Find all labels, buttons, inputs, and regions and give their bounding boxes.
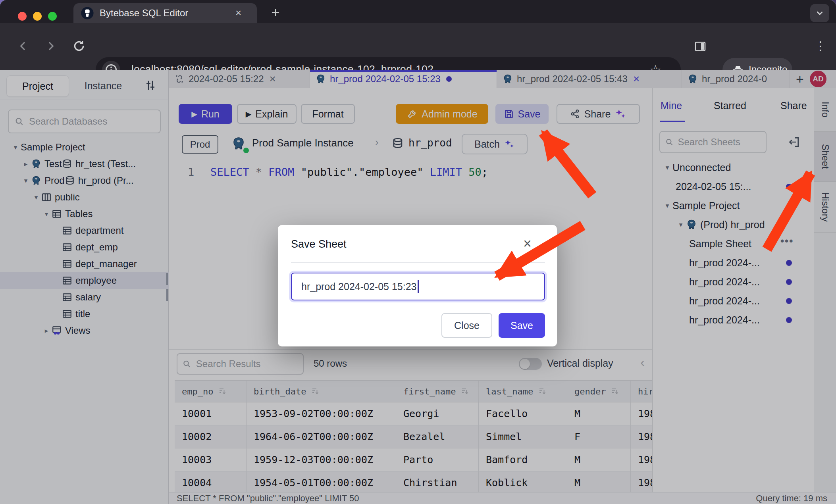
window-zoom-button[interactable] xyxy=(48,12,57,21)
bytebase-favicon xyxy=(81,6,94,20)
reload-icon[interactable] xyxy=(72,39,86,53)
dialog-close-button[interactable]: Close xyxy=(441,313,492,338)
sheet-name-value: hr_prod 2024-02-05 15:23 xyxy=(301,281,417,292)
back-icon[interactable] xyxy=(17,40,29,52)
dialog-close-icon[interactable]: × xyxy=(523,235,532,252)
tab-search-button[interactable] xyxy=(810,4,829,22)
window-minimize-button[interactable] xyxy=(33,12,42,21)
dialog-title: Save Sheet xyxy=(291,238,347,250)
browser-tab-title: Bytebase SQL Editor xyxy=(100,8,188,19)
chrome-menu-icon[interactable]: ⋮ xyxy=(815,39,826,53)
side-panel-icon[interactable] xyxy=(694,40,707,53)
dialog-save-button[interactable]: Save xyxy=(499,313,545,338)
text-caret xyxy=(418,280,419,293)
chevron-down-icon xyxy=(815,8,825,18)
window-close-button[interactable] xyxy=(18,12,27,21)
new-tab-button[interactable]: + xyxy=(267,4,284,21)
browser-window: Bytebase SQL Editor × + localhost:8080/s… xyxy=(0,0,836,504)
screen: Bytebase SQL Editor × + localhost:8080/s… xyxy=(0,0,836,504)
divider xyxy=(291,262,545,263)
browser-toolbar: localhost:8080/sql-editor/prod-sample-in… xyxy=(0,23,836,70)
browser-tabstrip: Bytebase SQL Editor × + xyxy=(0,0,836,23)
forward-icon[interactable] xyxy=(44,40,57,52)
sheet-name-input[interactable]: hr_prod 2024-02-05 15:23 xyxy=(291,273,545,300)
save-sheet-dialog: Save Sheet × hr_prod 2024-02-05 15:23 Cl… xyxy=(278,225,557,346)
browser-tab-close-icon[interactable]: × xyxy=(235,7,241,19)
browser-tab[interactable]: Bytebase SQL Editor × xyxy=(73,3,257,23)
